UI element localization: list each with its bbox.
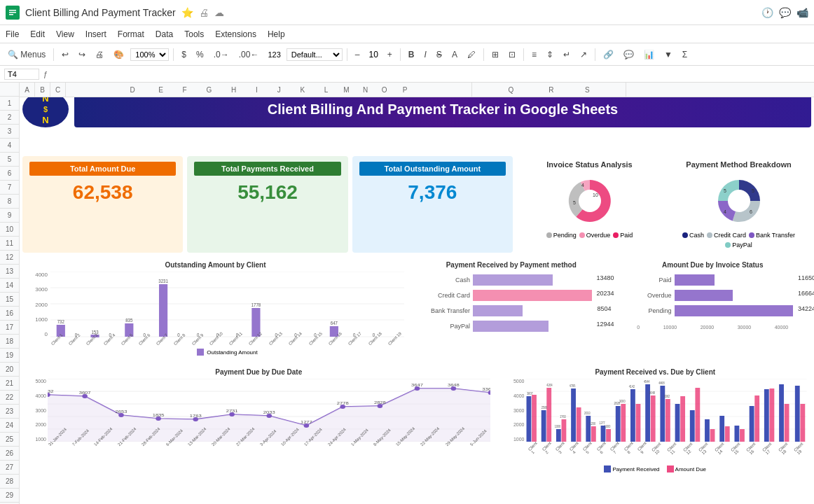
currency-btn[interactable]: $ [178, 48, 190, 61]
link-btn[interactable]: 🔗 [600, 48, 617, 61]
row-7[interactable]: 7 [0, 181, 19, 195]
bold-btn[interactable]: B [405, 48, 418, 61]
row-18[interactable]: 18 [0, 335, 19, 349]
percent-btn[interactable]: % [193, 48, 207, 61]
menu-format[interactable]: Format [118, 29, 144, 39]
row-19[interactable]: 19 [0, 349, 19, 363]
row-25[interactable]: 25 [0, 433, 19, 447]
italic-btn[interactable]: I [421, 48, 430, 61]
svg-text:3362: 3362 [664, 394, 670, 398]
history-icon[interactable]: 🕐 [761, 7, 773, 18]
menu-extensions[interactable]: Extensions [215, 29, 256, 39]
col-d-p[interactable]: D E F G H I J K L M N O P [66, 83, 472, 97]
align-btn[interactable]: ≡ [528, 48, 540, 61]
svg-text:647: 647 [331, 321, 338, 326]
bt-bar-label: Bank Transfer [424, 307, 473, 314]
outstanding-x-labels: Client 1 Client 2 Client 3 Client 4 Clie… [50, 340, 404, 347]
menu-file[interactable]: File [6, 29, 19, 39]
format-type-display: 123 [265, 50, 283, 59]
row-15[interactable]: 15 [0, 293, 19, 307]
print-icon[interactable]: 🖨 [199, 7, 209, 18]
row-1[interactable]: 1 [0, 97, 19, 111]
row-21[interactable]: 21 [0, 377, 19, 391]
star-icon[interactable]: ⭐ [181, 7, 193, 18]
col-b[interactable]: B [35, 83, 50, 97]
row-22[interactable]: 22 [0, 391, 19, 405]
font-size-increase-btn[interactable]: + [384, 48, 396, 61]
row-26[interactable]: 26 [0, 447, 19, 461]
main-content-area: Total Amount Due 62,538 Total Payments R… [22, 156, 811, 253]
row-12[interactable]: 12 [0, 251, 19, 265]
menu-help[interactable]: Help [268, 29, 285, 39]
row-4[interactable]: 4 [0, 139, 19, 153]
cell-reference-input[interactable] [4, 69, 39, 80]
functions-btn[interactable]: Σ [679, 48, 691, 61]
menu-tools[interactable]: Tools [184, 29, 204, 39]
col-q-s[interactable]: Q R S [472, 83, 626, 97]
row-3[interactable]: 3 [0, 125, 19, 139]
row-13[interactable]: 13 [0, 265, 19, 279]
cc-bar-track: 20234 [473, 290, 592, 301]
payment-method-chart: 5 6 4 5 [670, 173, 807, 229]
redo-btn[interactable]: ↪ [75, 48, 89, 61]
highlight-btn[interactable]: 🖊 [464, 48, 479, 61]
search-menus-btn[interactable]: 🔍 Menus [4, 48, 49, 61]
svg-rect-129 [755, 396, 760, 442]
font-select[interactable]: Default... [287, 48, 343, 61]
col-a[interactable]: A [20, 83, 35, 97]
row-29[interactable]: 29 [0, 489, 19, 503]
wrap-btn[interactable]: ↵ [560, 48, 574, 61]
row-2[interactable]: 2 [0, 111, 19, 125]
row-9[interactable]: 9 [0, 209, 19, 223]
row-14[interactable]: 14 [0, 279, 19, 293]
svg-text:2778: 2778 [337, 401, 349, 405]
undo-btn[interactable]: ↩ [58, 48, 72, 61]
grid-area[interactable]: A B C D E F G H I J K L M N O P Q R S [20, 83, 814, 504]
svg-point-59 [415, 386, 420, 391]
dec-decrease-btn[interactable]: .0→ [210, 48, 233, 61]
cloud-icon[interactable]: ☁ [214, 7, 224, 18]
chart-btn[interactable]: 📊 [640, 48, 658, 61]
col-c[interactable]: C [50, 83, 66, 97]
row-10[interactable]: 10 [0, 223, 19, 237]
comment-btn[interactable]: 💬 [620, 48, 637, 61]
row-27[interactable]: 27 [0, 461, 19, 475]
print-btn[interactable]: 🖨 [92, 48, 107, 61]
merge-btn[interactable]: ⊡ [505, 48, 519, 61]
text-color-btn[interactable]: A [448, 48, 461, 61]
borders-btn[interactable]: ⊞ [488, 48, 502, 61]
font-size-decrease-btn[interactable]: – [352, 48, 364, 61]
svg-point-53 [193, 417, 198, 421]
row-8[interactable]: 8 [0, 195, 19, 209]
svg-text:2653: 2653 [116, 410, 127, 414]
zoom-select[interactable]: 100% [130, 48, 169, 61]
row-23[interactable]: 23 [0, 405, 19, 419]
chat-icon[interactable]: 💬 [779, 7, 791, 18]
menu-insert[interactable]: Insert [85, 29, 106, 39]
row-6[interactable]: 6 [0, 167, 19, 181]
row-28[interactable]: 28 [0, 475, 19, 489]
svg-text:1000: 1000 [555, 424, 561, 428]
row-20[interactable]: 20 [0, 363, 19, 377]
row-5[interactable]: 5 [0, 153, 19, 167]
filter-btn[interactable]: ▼ [661, 48, 676, 61]
kpi-outstanding-title: Total Outstanding Amount [359, 162, 506, 176]
rotate-btn[interactable]: ↗ [577, 48, 591, 61]
kpi-payments-received-value: 55,162 [194, 181, 340, 204]
paint-format-btn[interactable]: 🎨 [110, 48, 127, 61]
svg-text:4: 4 [724, 209, 726, 214]
menu-edit[interactable]: Edit [30, 29, 45, 39]
menu-data[interactable]: Data [156, 29, 173, 39]
meet-icon[interactable]: 📹 [796, 7, 808, 18]
dec-increase-btn[interactable]: .00← [235, 48, 263, 61]
row-24[interactable]: 24 [0, 419, 19, 433]
row-11[interactable]: 11 [0, 237, 19, 251]
row-17[interactable]: 17 [0, 321, 19, 335]
strikethrough-btn[interactable]: S [433, 48, 446, 61]
toolbar-separator [53, 48, 54, 61]
valign-btn[interactable]: ⇕ [543, 48, 557, 61]
row-16[interactable]: 16 [0, 307, 19, 321]
invoice-donut-svg: 10 5 4 [551, 173, 628, 229]
right-panels-area: Invoice Status Analysis [517, 156, 811, 253]
menu-view[interactable]: View [56, 29, 74, 39]
